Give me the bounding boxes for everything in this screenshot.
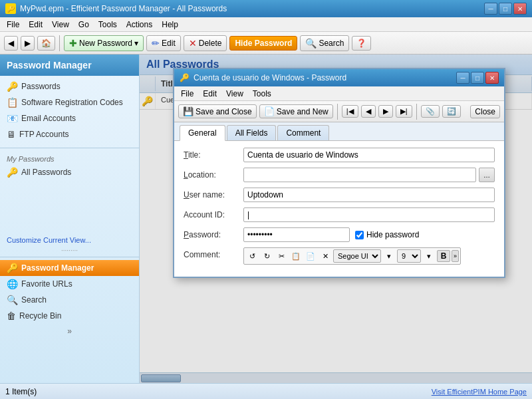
edit-button[interactable]: ✏ Edit [146,35,181,51]
tab-general[interactable]: General [180,125,225,141]
sidebar: Password Manager 🔑 Passwords 📋 Software … [0,55,140,383]
font-select[interactable]: Segoe UI [333,249,381,263]
nav-first-button[interactable]: |◀ [342,105,358,118]
menu-go[interactable]: Go [74,19,93,31]
modal-menu-file[interactable]: File [177,88,198,100]
password-label: Password: [184,230,243,239]
account-id-form-row: Account ID: [184,207,495,222]
nav-last-button[interactable]: ▶| [396,105,412,118]
sidebar-expand-btn[interactable]: » [0,324,139,338]
modal-close-button[interactable]: ✕ [485,72,499,84]
url-icon: 🌐 [7,279,18,289]
sidebar-item-software[interactable]: 📋 Software Registration Codes [0,94,139,110]
maximize-button[interactable]: □ [499,3,512,15]
nav-back-button[interactable]: ◀ [4,36,18,51]
search-sidebar-icon: 🔍 [7,295,18,305]
hide-password-button[interactable]: Hide Password [229,36,297,51]
password-row: Hide password [243,227,419,242]
location-label: Location: [184,170,243,180]
sidebar-spacer [0,180,139,233]
save-close-icon: 💾 [183,106,194,116]
tab-comment[interactable]: Comment [277,125,329,140]
modal-menu-view[interactable]: View [222,88,247,100]
refresh-button[interactable]: 🔄 [442,105,461,118]
font-dropdown-icon[interactable]: ▾ [382,250,396,262]
size-dropdown-icon[interactable]: ▾ [422,250,436,262]
modal-menu-edit[interactable]: Edit [199,88,221,100]
pm-icon: 🔑 [7,263,18,273]
home-button[interactable]: 🏠 [37,36,55,51]
sidebar-item-passwords[interactable]: 🔑 Passwords [0,78,139,94]
app-title: MyPwd.epm - Efficient Password Manager -… [20,4,227,13]
sidebar-item-search[interactable]: 🔍 Search [0,292,139,308]
modal-controls: ─ □ ✕ [456,72,499,84]
delete-button[interactable]: ✕ Delete [184,35,227,51]
search-icon: 🔍 [305,38,317,49]
cut-button[interactable]: ✂ [275,250,288,262]
menu-file[interactable]: File [3,19,23,31]
sidebar-item-email[interactable]: 📧 Email Accounts [0,110,139,126]
search-button[interactable]: 🔍 Search [300,35,349,51]
sidebar-item-recycle-bin[interactable]: 🗑 Recycle Bin [0,308,139,324]
modal-title-icon: 🔑 [180,73,190,82]
customize-link[interactable]: Customize Current View... [0,233,139,247]
sidebar-header: Password Manager [0,55,139,76]
close-button[interactable]: ✕ [513,3,527,15]
software-icon: 📋 [7,97,18,108]
menu-tools[interactable]: Tools [94,19,121,31]
save-close-button[interactable]: 💾 Save and Close [178,104,257,118]
app-icon: 🔑 [5,3,16,14]
modal-toolbar-sep2 [416,104,417,120]
location-form-row: Location: … [184,168,495,182]
delete-comment-button[interactable]: ✕ [319,250,332,262]
undo-button[interactable]: ↺ [245,250,259,262]
hide-password-checkbox[interactable] [355,231,364,239]
title-input[interactable] [243,148,495,162]
username-input[interactable] [243,188,495,202]
content-area: All Passwords Title ▲ User Name Account … [140,55,532,383]
location-input[interactable] [243,168,476,182]
paste-button[interactable]: 📄 [304,250,317,262]
minimize-button[interactable]: ─ [484,3,497,15]
home-page-link[interactable]: Visit EfficientPIM Home Page [432,388,527,396]
sidebar-item-all-passwords[interactable]: 🔑 All Passwords [0,164,139,180]
modal-menubar: File Edit View Tools [174,86,504,101]
tab-all-fields[interactable]: All Fields [227,125,277,140]
account-id-input[interactable] [243,207,495,222]
more-formatting-button[interactable]: » [452,250,459,262]
sidebar-divider-2 [0,257,139,257]
redo-button[interactable]: ↻ [260,250,273,262]
sidebar-item-password-manager[interactable]: 🔑 Password Manager [0,260,139,276]
customize-dots: ········· [0,247,139,254]
location-input-wrap: … [243,168,495,182]
modal-maximize-button[interactable]: □ [471,72,484,84]
sidebar-top-section: 🔑 Passwords 📋 Software Registration Code… [0,76,139,145]
save-new-button[interactable]: 📄 Save and New [259,104,333,118]
new-password-button[interactable]: ✚ New Password ▾ [64,35,144,51]
menu-edit[interactable]: Edit [25,19,47,31]
menu-help[interactable]: Help [158,19,182,31]
font-size-select[interactable]: 9 [397,249,421,263]
nav-prev-button[interactable]: ◀ [361,105,376,118]
sidebar-item-favorite-urls[interactable]: 🌐 Favorite URLs [0,276,139,292]
hide-password-label: Hide password [366,230,419,239]
menu-bar: File Edit View Go Tools Actions Help [0,17,532,32]
copy-button[interactable]: 📋 [289,250,303,262]
help-button[interactable]: ❓ [352,36,371,51]
modal-menu-tools[interactable]: Tools [249,88,275,100]
title-bar: 🔑 MyPwd.epm - Efficient Password Manager… [0,0,532,17]
modal-close-btn[interactable]: Close [470,105,500,118]
attach-button[interactable]: 📎 [421,105,440,118]
menu-actions[interactable]: Actions [122,19,156,31]
menu-view[interactable]: View [48,19,73,31]
nav-forward-button[interactable]: ▶ [21,36,35,51]
password-input[interactable] [243,227,350,242]
browse-button[interactable]: … [479,168,495,182]
modal-form-body: Title: Location: … [174,141,504,277]
bold-button[interactable]: B [437,250,450,262]
title-bar-controls: ─ □ ✕ [484,3,527,15]
modal-minimize-button[interactable]: ─ [456,72,469,84]
nav-next-button[interactable]: ▶ [378,105,393,118]
sidebar-divider-1 [0,148,139,148]
sidebar-item-ftp[interactable]: 🖥 FTP Accounts [0,126,139,142]
